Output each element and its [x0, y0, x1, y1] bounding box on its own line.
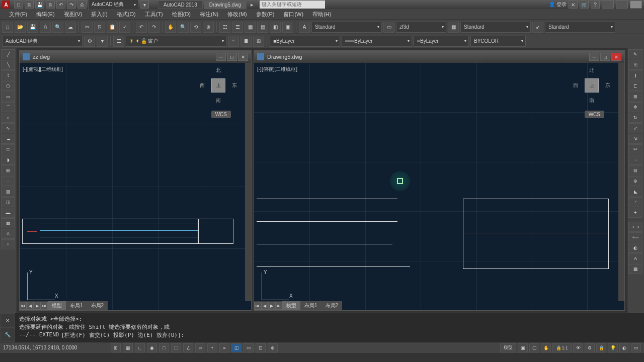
stretch-icon[interactable]: ⇲	[628, 134, 642, 144]
mleader-icon[interactable]: ↙	[532, 22, 543, 33]
palette-icon[interactable]: ▦	[245, 22, 256, 33]
anno-vis-icon[interactable]: 👁	[573, 343, 583, 352]
cline-icon[interactable]: ⌇	[1, 70, 15, 80]
copy-icon[interactable]: ⎘	[94, 22, 105, 33]
new-icon[interactable]: □	[14, 1, 23, 9]
undo-icon[interactable]: ↶	[136, 22, 147, 33]
minimize-button[interactable]	[602, 1, 614, 9]
new-file-icon[interactable]: □	[2, 22, 13, 33]
doc2-titlebar[interactable]: Drawing5.dwg ─ □ ✕	[254, 51, 624, 63]
trim-icon[interactable]: ✂	[628, 144, 642, 154]
doc2-vscroll[interactable]	[618, 63, 624, 301]
rotate-icon[interactable]: ↻	[628, 113, 642, 123]
doc1-max-button[interactable]: □	[227, 53, 237, 61]
plotstyle-combo[interactable]: BYCOLOR	[470, 36, 526, 47]
circle-icon[interactable]: ○	[1, 113, 15, 123]
close-button[interactable]	[630, 1, 642, 9]
pan-sb-icon[interactable]: ✋	[541, 343, 551, 352]
textstyle-combo[interactable]: Standard	[311, 22, 382, 33]
tablestyle-icon[interactable]: ▦	[448, 22, 459, 33]
line-icon[interactable]: ╱	[1, 49, 15, 59]
properties-icon[interactable]: ☷	[219, 22, 230, 33]
zoom-icon[interactable]: 🔍	[178, 22, 189, 33]
doc2-view-label[interactable]: [-][俯视][二维线框]	[257, 66, 297, 73]
lt-last-icon[interactable]: ⏭	[275, 302, 282, 310]
lt-first-icon[interactable]: ⏮	[254, 302, 261, 310]
table-icon[interactable]: ▦	[1, 218, 15, 228]
hatch-icon[interactable]: ▨	[1, 187, 15, 197]
earc-icon[interactable]: ◗	[1, 155, 15, 165]
erase-icon[interactable]: ✎	[628, 49, 642, 59]
exchange-icon[interactable]: ✕	[569, 1, 578, 9]
quickview-icon[interactable]: ▣	[518, 343, 528, 352]
dim2-icon[interactable]: ⟸	[628, 232, 642, 242]
markup-icon[interactable]: ◧	[270, 22, 281, 33]
snap-icon[interactable]: ⊞	[111, 343, 121, 352]
app-icon[interactable]: A	[2, 1, 10, 9]
linetype-combo[interactable]: ━━━ ByLayer	[342, 36, 412, 47]
tablestyle-combo[interactable]: Standard	[460, 22, 531, 33]
match-icon[interactable]: ✓	[119, 22, 130, 33]
menu-tools[interactable]: 工具(T)	[141, 9, 167, 20]
join-icon[interactable]: ⊕	[628, 176, 642, 186]
login-link[interactable]: 👤 登录	[549, 1, 567, 8]
ws-switch-icon[interactable]: ⚙	[585, 343, 595, 352]
lt-prev-icon[interactable]: ◀	[261, 302, 268, 310]
anno-scale[interactable]: 🔒 1:1	[552, 343, 572, 352]
qa-more-icon[interactable]: ▾	[140, 1, 149, 9]
ducs-icon[interactable]: ▱	[195, 343, 205, 352]
save-icon[interactable]: 💾	[35, 1, 44, 9]
addsel-icon[interactable]: +	[1, 239, 15, 249]
drop-icon[interactable]: ▾	[97, 36, 108, 47]
command-input[interactable]	[186, 331, 640, 339]
menu-insert[interactable]: 插入(I)	[87, 9, 111, 20]
tab-layout1[interactable]: 布局1	[66, 301, 87, 310]
doc1-close-button[interactable]: ✕	[238, 53, 248, 61]
menu-window[interactable]: 窗口(W)	[279, 9, 307, 20]
help-icon[interactable]: ?	[591, 1, 600, 9]
osnap-icon[interactable]: □	[159, 343, 169, 352]
doc1-vscroll[interactable]	[245, 63, 251, 301]
ortho-icon[interactable]: ∟	[135, 343, 145, 352]
tab-model[interactable]: 模型	[48, 301, 66, 310]
menu-edit[interactable]: 编辑(E)	[32, 9, 59, 20]
doc1-titlebar[interactable]: zz.dwg ─ □ ✕	[20, 51, 251, 63]
dcenter-icon[interactable]: ☰	[232, 22, 243, 33]
layer-tool1-icon[interactable]: ≡	[228, 36, 239, 47]
doc2-min-button[interactable]: ─	[589, 53, 599, 61]
menu-draw[interactable]: 绘图(D)	[168, 9, 195, 20]
layer-tool2-icon[interactable]: ≣	[240, 36, 252, 47]
maximize-button[interactable]	[616, 1, 628, 9]
polygon-icon[interactable]: ⬠	[1, 81, 15, 91]
save-file-icon[interactable]: 💾	[27, 22, 38, 33]
lt-first-icon[interactable]: ⏮	[20, 302, 27, 310]
print-icon[interactable]: ⎙	[40, 22, 51, 33]
paste-icon[interactable]: 📋	[107, 22, 118, 33]
lt-next-icon[interactable]: ▶	[268, 302, 275, 310]
sc-icon[interactable]: ⊡	[256, 343, 266, 352]
workspace-combo[interactable]: AutoCAD 经典	[2, 36, 83, 47]
palette-icon[interactable]: ▦	[628, 264, 642, 274]
dim1-icon[interactable]: ⟷	[628, 222, 642, 232]
color-combo[interactable]: ■ ByLayer	[270, 36, 340, 47]
undo-icon[interactable]: ↶	[56, 1, 65, 9]
rect-icon[interactable]: ▭	[1, 92, 15, 102]
dimstyle-icon[interactable]: ▭	[383, 22, 394, 33]
pan-icon[interactable]: ✋	[165, 22, 176, 33]
open-icon[interactable]: ⎘	[25, 1, 34, 9]
block-icon[interactable]: ⊞	[1, 165, 15, 175]
doc2-close-button[interactable]: ✕	[611, 53, 621, 61]
textstyle-icon[interactable]: A	[299, 22, 310, 33]
dyn-icon[interactable]: +	[207, 343, 217, 352]
cmd-wrench-icon[interactable]: 🔧	[0, 328, 15, 342]
mtext-icon[interactable]: A	[1, 229, 15, 239]
lt-prev-icon[interactable]: ◀	[27, 302, 34, 310]
break-icon[interactable]: ⊟	[628, 165, 642, 175]
lt-next-icon[interactable]: ▶	[34, 302, 41, 310]
basket-icon[interactable]: 🛒	[580, 1, 589, 9]
dim3-icon[interactable]: ◐	[628, 243, 642, 253]
clean-icon[interactable]: ▭	[631, 343, 641, 352]
wcs-badge[interactable]: WCS	[585, 111, 604, 118]
view-cube[interactable]: 北 南 西 东 上	[201, 68, 236, 103]
isolate-icon[interactable]: ◐	[619, 343, 629, 352]
